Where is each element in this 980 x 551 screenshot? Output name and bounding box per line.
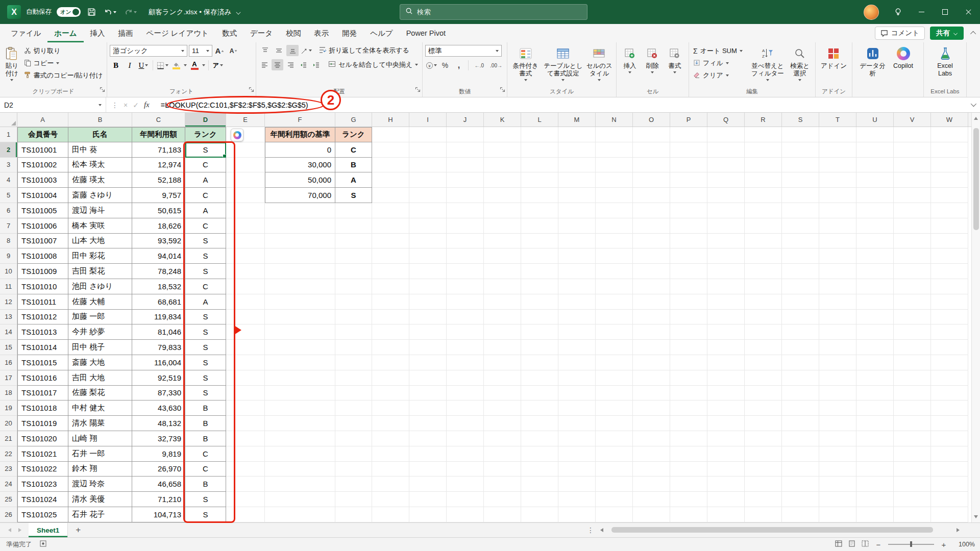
cell-G24[interactable]: [335, 477, 372, 492]
row-header-24[interactable]: 24: [0, 477, 17, 492]
cell-M1[interactable]: [558, 127, 596, 142]
cell-D11[interactable]: C: [185, 279, 226, 294]
cell-W11[interactable]: [931, 279, 968, 294]
cell-F12[interactable]: [265, 294, 335, 310]
cell-C26[interactable]: 104,713: [132, 507, 185, 522]
zoom-in-button[interactable]: +: [940, 540, 947, 549]
cell-O21[interactable]: [633, 431, 670, 446]
cell-G25[interactable]: [335, 492, 372, 507]
cell-D16[interactable]: S: [185, 355, 226, 370]
col-header-U[interactable]: U: [856, 113, 894, 127]
cell-E8[interactable]: [226, 234, 265, 249]
cell-M2[interactable]: [558, 142, 596, 158]
cell-M12[interactable]: [558, 294, 596, 310]
cell-M7[interactable]: [558, 218, 596, 234]
cell-R20[interactable]: [745, 416, 782, 431]
cell-H4[interactable]: [372, 172, 409, 188]
cell-S26[interactable]: [782, 507, 819, 522]
cell-O24[interactable]: [633, 477, 670, 492]
cell-M17[interactable]: [558, 370, 596, 386]
align-left-icon[interactable]: [259, 59, 270, 70]
cell-E17[interactable]: [226, 370, 265, 386]
cell-Q10[interactable]: [707, 264, 745, 279]
cell-E9[interactable]: [226, 248, 265, 264]
cell-B22[interactable]: 石井 一郎: [68, 446, 132, 462]
cell-J3[interactable]: [447, 158, 484, 173]
tab-挿入[interactable]: 挿入: [84, 24, 112, 42]
col-header-V[interactable]: V: [894, 113, 931, 127]
cell-P21[interactable]: [670, 431, 707, 446]
search-box[interactable]: [400, 4, 587, 20]
cell-L15[interactable]: [521, 340, 558, 355]
cell-J22[interactable]: [447, 446, 484, 462]
cell-E19[interactable]: [226, 400, 265, 416]
cell-I26[interactable]: [409, 507, 447, 522]
tab-描画[interactable]: 描画: [112, 24, 140, 42]
cell-F10[interactable]: [265, 264, 335, 279]
insert-cells-button[interactable]: 挿入: [619, 45, 641, 75]
cell-A10[interactable]: TS101009: [17, 264, 68, 279]
cell-J20[interactable]: [447, 416, 484, 431]
cell-H3[interactable]: [372, 158, 409, 173]
cell-Q7[interactable]: [707, 218, 745, 234]
cell-C10[interactable]: 78,248: [132, 264, 185, 279]
cell-I13[interactable]: [409, 310, 447, 325]
save-icon[interactable]: [86, 8, 97, 16]
cell-L3[interactable]: [521, 158, 558, 173]
cell-J21[interactable]: [447, 431, 484, 446]
cell-P23[interactable]: [670, 462, 707, 477]
cell-D9[interactable]: S: [185, 248, 226, 264]
find-select-button[interactable]: 検索と選択: [787, 45, 813, 83]
cell-R2[interactable]: [745, 142, 782, 158]
insert-function-icon[interactable]: fx: [144, 101, 150, 109]
cell-K20[interactable]: [484, 416, 521, 431]
copilot-button[interactable]: Copilot: [889, 45, 918, 71]
cell-D13[interactable]: S: [185, 310, 226, 325]
cell-D10[interactable]: S: [185, 264, 226, 279]
cell-V18[interactable]: [894, 386, 931, 401]
cell-V16[interactable]: [894, 355, 931, 370]
cell-R14[interactable]: [745, 324, 782, 340]
cell-B9[interactable]: 田中 彩花: [68, 248, 132, 264]
next-sheet-icon[interactable]: [18, 528, 21, 532]
cell-R24[interactable]: [745, 477, 782, 492]
cell-S15[interactable]: [782, 340, 819, 355]
cell-Q11[interactable]: [707, 279, 745, 294]
cell-O26[interactable]: [633, 507, 670, 522]
cell-A21[interactable]: TS101020: [17, 431, 68, 446]
cell-S11[interactable]: [782, 279, 819, 294]
cut-button[interactable]: 切り取り: [22, 46, 104, 56]
cell-W18[interactable]: [931, 386, 968, 401]
cell-L6[interactable]: [521, 203, 558, 218]
cell-H2[interactable]: [372, 142, 409, 158]
cell-A7[interactable]: TS101006: [17, 218, 68, 234]
cell-B11[interactable]: 池田 さゆり: [68, 279, 132, 294]
cell-I20[interactable]: [409, 416, 447, 431]
cell-S22[interactable]: [782, 446, 819, 462]
cell-R18[interactable]: [745, 386, 782, 401]
autosave-toggle[interactable]: オン: [57, 7, 81, 17]
delete-cells-button[interactable]: 削除: [642, 45, 663, 75]
cell-T21[interactable]: [819, 431, 856, 446]
cell-V6[interactable]: [894, 203, 931, 218]
cell-R11[interactable]: [745, 279, 782, 294]
cell-B18[interactable]: 佐藤 梨花: [68, 386, 132, 401]
cell-J16[interactable]: [447, 355, 484, 370]
cell-V14[interactable]: [894, 324, 931, 340]
formula-input[interactable]: =LOOKUP(C2:C101,$F$2:$F$5,$G$2:$G$5): [155, 101, 308, 109]
page-break-view-icon[interactable]: [862, 540, 869, 548]
cell-J2[interactable]: [447, 142, 484, 158]
sheet-tab-sheet1[interactable]: Sheet1: [29, 523, 68, 537]
cell-S13[interactable]: [782, 310, 819, 325]
align-right-icon[interactable]: [285, 59, 296, 70]
cell-N3[interactable]: [596, 158, 633, 173]
cell-L21[interactable]: [521, 431, 558, 446]
cell-L19[interactable]: [521, 400, 558, 416]
row-header-21[interactable]: 21: [0, 431, 17, 446]
cell-N25[interactable]: [596, 492, 633, 507]
cell-I8[interactable]: [409, 234, 447, 249]
cell-P20[interactable]: [670, 416, 707, 431]
row-header-1[interactable]: 1: [0, 127, 17, 142]
cell-W19[interactable]: [931, 400, 968, 416]
cell-S1[interactable]: [782, 127, 819, 142]
